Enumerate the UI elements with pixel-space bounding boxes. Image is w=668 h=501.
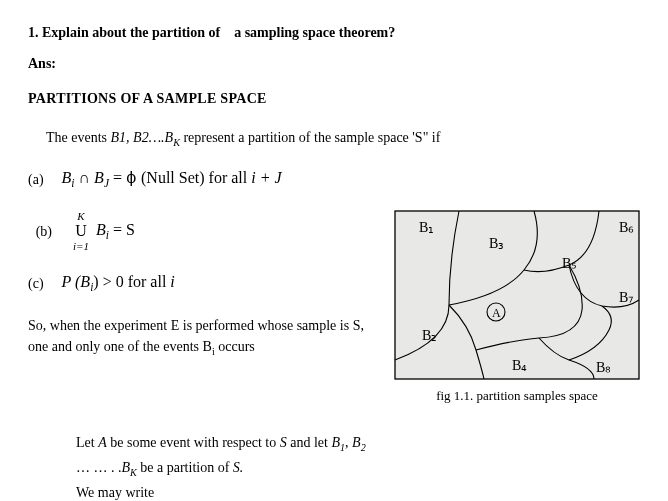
question-title-prefix: 1. Explain about the partition of [28, 25, 220, 40]
condition-c-body: P (Bi) > 0 for all i [62, 270, 175, 296]
concl-l2-post: occurs [215, 339, 255, 354]
fig-label-b6: B₆ [619, 220, 634, 235]
let-line1: Let A be some event with respect to S an… [76, 432, 640, 455]
let-l2-BKs: K [130, 467, 137, 478]
figure-caption: fig 1.1. partition samples space [394, 386, 640, 406]
fig-label-b7: B₇ [619, 290, 634, 305]
conclusion-line1: So, when the experiment E is performed w… [28, 315, 386, 336]
let-l2-rest: be a partition of [137, 460, 233, 475]
intro-events: B1, B2….B [111, 130, 174, 145]
union-top: K [73, 210, 89, 222]
cond-a-b2: B [94, 169, 104, 186]
conclusion-para: So, when the experiment E is performed w… [28, 315, 386, 359]
condition-c-letter: (c) [28, 273, 44, 294]
union-mid: U [73, 222, 89, 240]
let-l2-dots: … … . . [76, 460, 122, 475]
let-l1-B2s: 2 [361, 442, 366, 453]
cond-c-mid: ) > 0 for all [93, 273, 170, 290]
cond-a-cap: ∩ [75, 169, 95, 186]
let-block: Let A be some event with respect to S an… [76, 432, 640, 501]
let-l1-andlet: and let [287, 435, 332, 450]
cond-c-tail: i [170, 273, 174, 290]
let-l2-S: S. [233, 460, 244, 475]
condition-a-body: Bi ∩ BJ = ϕ (Null Set) for all i + J [62, 166, 282, 192]
answer-label: Ans: [28, 53, 640, 74]
condition-b: (b) K U i=1 Bi = S [28, 210, 386, 252]
let-l1-B2: B [352, 435, 361, 450]
let-l1-mid: be some event with respect to [107, 435, 280, 450]
condition-a-letter: (a) [28, 169, 44, 190]
cond-c-pre: P (B [62, 273, 91, 290]
intro-line: The events B1, B2….BK represent a partit… [46, 127, 640, 150]
intro-post: represent a partition of the sample spac… [180, 130, 441, 145]
fig-label-b5: B₅ [562, 256, 577, 271]
intro-sub: K [173, 137, 180, 148]
intro-pre: The events [46, 130, 111, 145]
cond-b-rhs: B [96, 221, 106, 238]
union-bot: i=1 [73, 240, 89, 252]
question-title-suffix: a sampling space theorem? [234, 25, 395, 40]
fig-label-b4: B₄ [512, 358, 527, 373]
let-l1-comma: , [345, 435, 352, 450]
section-heading: PARTITIONS OF A SAMPLE SPACE [28, 88, 640, 109]
concl-l2-pre: one and only one of the events B [28, 339, 212, 354]
fig-label-b3: B₃ [489, 236, 504, 251]
conclusion-line2: one and only one of the events Bi occurs [28, 336, 386, 359]
question-title: 1. Explain about the partition ofa sampl… [28, 22, 640, 43]
fig-label-b2: B₂ [422, 328, 437, 343]
condition-b-letter: (b) [28, 221, 52, 242]
fig-label-b8: B₈ [596, 360, 611, 375]
condition-a: (a) Bi ∩ BJ = ϕ (Null Set) for all i + J [28, 166, 640, 192]
condition-c: (c) P (Bi) > 0 for all i [28, 270, 386, 296]
condition-b-body: K U i=1 Bi = S [70, 210, 135, 252]
partition-figure: B₁ B₃ B₅ B₆ B₇ B₂ B₄ B₈ A [394, 210, 640, 380]
cond-a-tail: i + J [251, 169, 281, 186]
let-line2: … … . .BK be a partition of S. [76, 457, 640, 480]
fig-label-b1: B₁ [419, 220, 434, 235]
cond-a-b1: B [62, 169, 72, 186]
union-symbol: K U i=1 [73, 210, 89, 252]
let-l1-pre: Let [76, 435, 98, 450]
let-l2-BK: B [122, 460, 131, 475]
fig-label-a: A [492, 306, 501, 320]
let-l1-S: S [280, 435, 287, 450]
let-l1-A: A [98, 435, 107, 450]
let-l1-B1: B [331, 435, 340, 450]
cond-b-eq: = S [109, 221, 135, 238]
svg-rect-0 [395, 211, 639, 379]
let-line3: We may write [76, 482, 640, 501]
cond-a-eq: = ϕ (Null Set) for all [109, 169, 251, 186]
